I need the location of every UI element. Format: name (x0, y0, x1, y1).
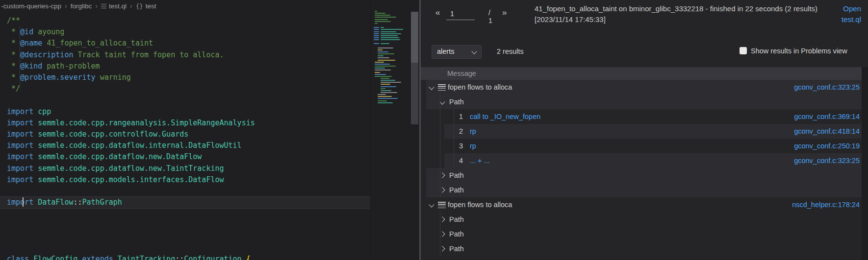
path-row[interactable]: Path (421, 241, 862, 256)
location-link[interactable]: gconv_conf.c:323:25 (794, 153, 860, 168)
location-link[interactable]: gconv_conf.c:369:14 (794, 109, 860, 124)
code-token: warning (96, 73, 131, 82)
result-message: fopen flows to alloca (448, 80, 512, 95)
prev-page-button[interactable]: « (435, 8, 440, 18)
chevron-down-icon[interactable] (429, 202, 434, 207)
editor-scrollbar-thumb[interactable] (411, 12, 418, 63)
minimap-line (374, 27, 379, 28)
minimap-line (378, 102, 393, 103)
code-token: import (7, 107, 33, 116)
code-line[interactable]: * @problem.severity warning (7, 72, 131, 83)
code-token: { (242, 255, 251, 260)
path-label: Path (449, 168, 464, 183)
code-line[interactable]: import semmle.code.cpp.dataflow.new.Tain… (7, 163, 224, 174)
step-label-link[interactable]: call to _IO_new_fopen (470, 109, 540, 124)
panel-scrollbar-gutter[interactable] (862, 67, 868, 260)
result-row[interactable]: fopen flows to allocagconv_conf.c:323:25 (421, 80, 862, 95)
page-total-label: / 1 (488, 9, 492, 24)
code-line[interactable]: class FlowConfig extends TaintTracking::… (7, 254, 251, 260)
code-line[interactable]: import DataFlow::PathGraph (7, 197, 122, 208)
path-label: Path (449, 227, 464, 241)
alerts-filter-dropdown[interactable]: alerts (432, 45, 482, 59)
next-page-button[interactable]: » (502, 8, 507, 18)
minimap-line (378, 47, 393, 48)
code-line[interactable]: * @id ayoung (7, 26, 64, 38)
path-row[interactable]: Path (421, 212, 862, 227)
minimap-line (375, 11, 377, 12)
braces-symbol-icon: {} (136, 2, 143, 10)
code-token: semmle.code.cpp.dataflow.new.DataFlow (33, 152, 202, 161)
minimap-line (374, 39, 379, 40)
tree-indent-guide (440, 95, 440, 197)
minimap-line (374, 33, 379, 34)
minimap-line (375, 19, 388, 20)
step-number: 1 (449, 109, 463, 124)
result-row[interactable]: fopen flows to allocanscd_helper.c:178:2… (421, 197, 862, 212)
chevron-right-icon[interactable] (439, 216, 445, 222)
problems-view-checkbox[interactable] (740, 47, 747, 54)
code-token: * (7, 39, 20, 47)
step-row[interactable]: 2rpgconv_conf.c:418:14 (421, 124, 862, 139)
code-editor[interactable]: /** * @id ayoung * @name 41_fopen_to_all… (0, 0, 371, 260)
location-link[interactable]: gconv_conf.c:250:19 (794, 139, 860, 153)
editor-pane[interactable]: /** * @id ayoung * @name 41_fopen_to_all… (0, 0, 419, 260)
breadcrumb-separator: › (65, 2, 67, 10)
code-line[interactable]: import cpp (7, 106, 51, 118)
code-line[interactable]: * @name 41_fopen_to_alloca_taint (7, 38, 153, 49)
code-line[interactable]: /** (7, 15, 20, 26)
minimap-line (374, 37, 379, 38)
path-row[interactable]: Path (421, 183, 862, 197)
location-link[interactable]: nscd_helper.c:178:24 (792, 197, 860, 212)
minimap-line (374, 29, 379, 30)
step-label-link[interactable]: rp (470, 124, 476, 139)
minimap-line (378, 57, 389, 58)
result-message: fopen flows to alloca (448, 197, 512, 212)
code-token: @id (20, 27, 33, 36)
minimap-line (381, 80, 395, 81)
code-token: /** (7, 16, 20, 25)
code-line[interactable]: import semmle.code.cpp.models.interfaces… (7, 174, 224, 186)
editor-scrollbar-track[interactable] (411, 63, 418, 124)
location-link[interactable]: gconv_conf.c:418:14 (794, 124, 860, 139)
open-query-file-link[interactable]: Open test.ql (832, 3, 861, 25)
step-label-link[interactable]: ... + ... (470, 153, 490, 168)
breadcrumb-item-forglibc[interactable]: forglibc (71, 2, 92, 10)
step-label-link[interactable]: rp (470, 139, 476, 153)
breadcrumb-separator: › (95, 2, 98, 10)
path-row[interactable]: Path (421, 95, 862, 109)
chevron-right-icon[interactable] (439, 231, 445, 236)
code-line[interactable]: import semmle.code.cpp.dataflow.new.Data… (7, 151, 202, 163)
code-token: :: (175, 255, 184, 260)
chevron-down-icon (471, 48, 477, 54)
code-token: * (7, 62, 20, 71)
step-row[interactable]: 3rpgconv_conf.c:250:19 (421, 139, 862, 153)
minimap-line (375, 23, 378, 24)
path-label: Path (449, 95, 464, 109)
location-link[interactable]: gconv_conf.c:323:25 (794, 80, 860, 95)
chevron-right-icon[interactable] (439, 246, 445, 251)
code-line[interactable]: * @kind path-problem (7, 61, 100, 72)
breadcrumb-item-test[interactable]: {}test (136, 2, 156, 10)
path-row[interactable]: Path (421, 227, 862, 241)
code-token: @name (20, 39, 42, 47)
code-line[interactable]: import semmle.code.cpp.dataflow.internal… (7, 140, 242, 151)
code-line[interactable]: import semmle.code.cpp.controlflow.Guard… (7, 129, 188, 140)
minimap-line (378, 53, 394, 54)
step-row[interactable]: 4... + ...gconv_conf.c:323:25 (421, 153, 862, 168)
step-row[interactable]: 1call to _IO_new_fopengconv_conf.c:369:1… (421, 109, 862, 124)
minimap-line (381, 35, 398, 36)
minimap[interactable] (374, 11, 410, 128)
page-number-input[interactable] (446, 7, 475, 20)
minimap-line (378, 60, 395, 61)
breadcrumb-item--custom-queries-cpp[interactable]: -custom-queries-cpp (1, 2, 61, 10)
code-token: @problem.severity (20, 73, 96, 82)
code-line[interactable]: * @description Track taint from fopen to… (7, 49, 224, 61)
path-row[interactable]: Path (421, 168, 862, 183)
code-token: semmle.code.cpp.controlflow.Guards (33, 130, 188, 139)
breadcrumb-item-test-ql[interactable]: test.ql (101, 2, 127, 10)
minimap-line (381, 82, 401, 83)
minimap-line (374, 31, 379, 32)
code-line[interactable]: */ (7, 83, 20, 95)
row-stripe (426, 183, 862, 197)
code-line[interactable]: import semmle.code.cpp.rangeanalysis.Sim… (7, 118, 255, 129)
